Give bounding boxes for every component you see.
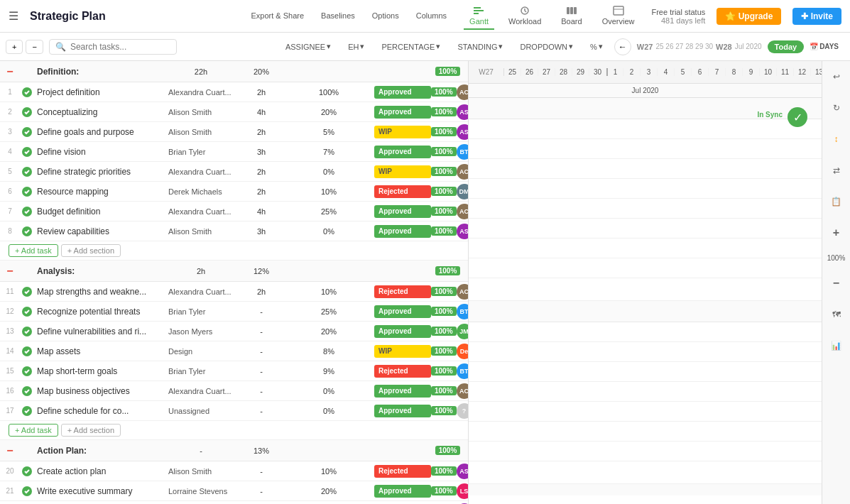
gantt-body — [469, 98, 822, 495]
menu-icon[interactable]: ☰ — [9, 9, 18, 23]
svg-rect-5 — [570, 7, 573, 14]
task-name: Map strengths and weakne... — [34, 287, 165, 297]
sidebar-map-icon[interactable]: 🗺 — [827, 305, 846, 324]
table-row[interactable]: 1 Project definition Alexandra Cuart... … — [0, 82, 468, 102]
upgrade-button[interactable]: ⭐ Upgrade — [716, 8, 781, 25]
search-box[interactable]: 🔍 — [49, 39, 177, 55]
add-section-button-analysis[interactable]: + Add section — [61, 424, 121, 437]
add-row-definition: + Add task + Add section — [0, 241, 468, 261]
task-check-icon[interactable] — [20, 466, 34, 477]
assignee-cell: Alexandra Cuart... — [165, 387, 236, 395]
sidebar-zoom-out-icon[interactable]: − — [827, 273, 846, 293]
task-check-icon[interactable] — [20, 286, 34, 297]
tab-baselines[interactable]: Baselines — [315, 9, 361, 24]
col-header-dropdown[interactable]: DROPDOWN ▾ — [514, 42, 579, 51]
eh-cell: 4h — [236, 207, 286, 216]
section-toggle-action_plan[interactable]: − — [0, 444, 20, 457]
add-task-button-definition[interactable]: + Add task — [9, 244, 58, 257]
standing-bar: Approved — [374, 86, 431, 99]
tab-export[interactable]: Export & Share — [245, 9, 310, 24]
add-row-button[interactable]: + — [6, 40, 23, 54]
col-header-assignee[interactable]: ASSIGNEE ▾ — [280, 42, 337, 51]
section-toggle-definition[interactable]: − — [0, 65, 20, 78]
task-check-icon[interactable] — [20, 87, 34, 98]
table-row[interactable]: 7 Budget definition Alexandra Cuart... 4… — [0, 202, 468, 221]
task-name: Write executive summary — [34, 486, 165, 496]
col-header-pct[interactable]: % ▾ — [584, 42, 609, 51]
day-cell: 12 — [794, 68, 811, 76]
task-check-icon[interactable] — [20, 346, 34, 357]
day-cell: 28 — [555, 68, 572, 76]
table-row[interactable]: 4 Define vision Brian Tyler 3h 7% Approv… — [0, 142, 468, 162]
table-row[interactable]: 17 Define schedule for co... Unassigned … — [0, 401, 468, 421]
standing-cell: WIP — [371, 126, 428, 138]
task-name: Create action plan — [34, 466, 165, 476]
add-task-button-analysis[interactable]: + Add task — [9, 424, 58, 437]
tab-board[interactable]: Board — [555, 3, 587, 30]
table-row[interactable]: 14 Map assets Design - 8% WIP 100% De — [0, 341, 468, 361]
col-header-eh[interactable]: EH ▾ — [342, 42, 370, 51]
table-row[interactable]: 3 Define goals and purpose Alison Smith … — [0, 122, 468, 142]
table-row[interactable]: 20 Create action plan Alison Smith - 10%… — [0, 461, 468, 481]
standing-bar: Approved — [374, 205, 431, 218]
tab-workload[interactable]: Workload — [503, 3, 547, 30]
tab-gantt[interactable]: Gantt — [464, 3, 494, 30]
sidebar-undo-icon[interactable]: ↩ — [827, 67, 846, 87]
gantt-back-arrow[interactable]: ← — [614, 38, 631, 55]
sidebar-swap-icon[interactable]: ⇄ — [827, 160, 846, 180]
task-check-icon[interactable] — [20, 326, 34, 337]
columns-label: Columns — [416, 11, 447, 20]
sidebar-redo-icon[interactable]: ↻ — [827, 98, 846, 118]
task-check-icon[interactable] — [20, 146, 34, 158]
task-check-icon[interactable] — [20, 206, 34, 217]
table-row[interactable]: 21 Write executive summary Lorraine Stev… — [0, 481, 468, 501]
task-check-icon[interactable] — [20, 106, 34, 118]
task-name: Define vulnerabilities and ri... — [34, 327, 165, 336]
table-row[interactable]: 15 Map short-term goals Brian Tyler - 9%… — [0, 361, 468, 381]
svg-rect-7 — [614, 6, 623, 15]
task-check-icon[interactable] — [20, 186, 34, 197]
sidebar-chart-icon[interactable]: 📊 — [827, 336, 846, 356]
task-check-icon[interactable] — [20, 486, 34, 497]
tab-columns[interactable]: Columns — [410, 9, 452, 24]
task-badge: 100% — [431, 127, 457, 136]
table-row[interactable]: 11 Map strengths and weakne... Alexandra… — [0, 282, 468, 302]
section-toggle-analysis[interactable]: − — [0, 265, 20, 278]
task-check-icon[interactable] — [20, 226, 34, 237]
task-check-icon[interactable] — [20, 405, 34, 417]
sidebar-zoom-in-icon[interactable]: + — [827, 223, 846, 243]
day-cell: 25 — [504, 68, 521, 76]
tab-options[interactable]: Options — [366, 9, 405, 24]
table-row[interactable]: 16 Map business objectives Alexandra Cua… — [0, 381, 468, 401]
table-row[interactable]: 12 Recognize potential threats Brian Tyl… — [0, 302, 468, 322]
table-row[interactable]: 6 Resource mapping Derek Michaels 2h 10%… — [0, 182, 468, 202]
eh-cell: - — [236, 487, 286, 495]
today-button[interactable]: Today — [768, 40, 805, 53]
add-section-button-definition[interactable]: + Add section — [61, 244, 121, 257]
sidebar-copy-icon[interactable]: 📋 — [827, 192, 846, 212]
task-check-icon[interactable] — [20, 366, 34, 377]
table-row[interactable]: 8 Review capabilities Alison Smith 3h 0%… — [0, 221, 468, 241]
col-header-percentage[interactable]: PERCENTAGE ▾ — [376, 42, 446, 51]
table-row[interactable]: 2 Conceptualizing Alison Smith 4h 20% Ap… — [0, 102, 468, 122]
task-check-icon[interactable] — [20, 126, 34, 138]
task-check-icon[interactable] — [20, 385, 34, 397]
tab-overview[interactable]: Overview — [596, 3, 641, 30]
sidebar-sort-icon[interactable]: ↕ — [827, 129, 846, 149]
table-row[interactable]: 22 Select team Alison Smith - 25% Approv… — [0, 501, 468, 504]
table-row[interactable]: 5 Define strategic priorities Alexandra … — [0, 162, 468, 182]
row-number: 14 — [0, 347, 20, 355]
row-number: 7 — [0, 207, 20, 215]
remove-row-button[interactable]: − — [26, 40, 43, 54]
standing-cell: Approved — [371, 205, 428, 218]
task-check-icon[interactable] — [20, 166, 34, 177]
percentage-cell: 20% — [286, 327, 371, 336]
search-input[interactable] — [70, 42, 170, 52]
task-check-icon[interactable] — [20, 306, 34, 317]
gantt-task-row — [469, 442, 822, 461]
table-row[interactable]: 13 Define vulnerabilities and ri... Jaso… — [0, 322, 468, 341]
invite-button[interactable]: ✚ Invite — [792, 8, 841, 25]
section-label-action_plan: Action Plan: — [34, 446, 165, 456]
col-header-standing[interactable]: STANDING ▾ — [452, 42, 508, 51]
eh-cell: 2h — [236, 187, 286, 196]
